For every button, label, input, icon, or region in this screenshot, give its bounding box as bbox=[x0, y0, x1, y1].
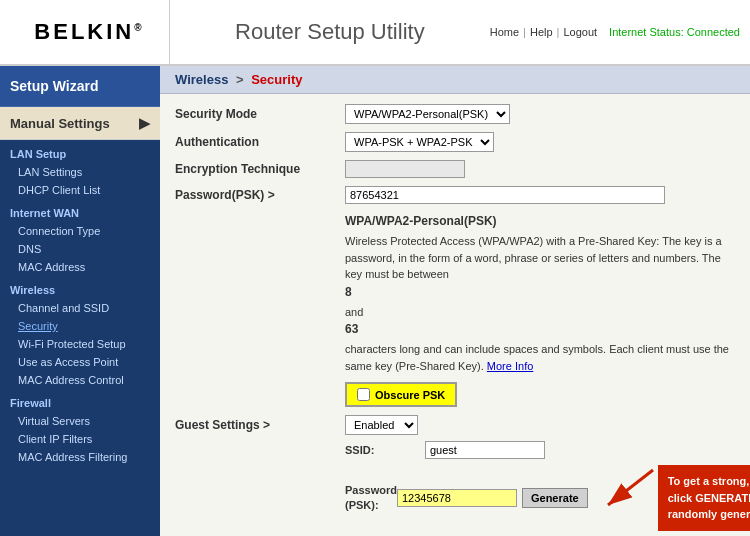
manual-settings[interactable]: Manual Settings ▶ bbox=[0, 107, 160, 140]
svg-line-1 bbox=[608, 470, 653, 505]
main-layout: Setup Wizard Manual Settings ▶ LAN Setup… bbox=[0, 66, 750, 536]
sidebar-item-channel-ssid[interactable]: Channel and SSID bbox=[0, 299, 160, 317]
internet-status: Internet Status: Connected bbox=[609, 26, 740, 38]
guest-label: Guest Settings > bbox=[175, 418, 345, 432]
authentication-label: Authentication bbox=[175, 135, 345, 149]
status-value: Connected bbox=[687, 26, 740, 38]
home-link[interactable]: Home bbox=[490, 26, 519, 38]
help-link[interactable]: Help bbox=[530, 26, 553, 38]
password-label: Password(PSK) > bbox=[175, 188, 345, 202]
security-mode-label: Security Mode bbox=[175, 107, 345, 121]
logo-reg: ® bbox=[134, 22, 144, 33]
encryption-row: Encryption Technique TKIP + AES bbox=[175, 160, 735, 178]
content-area: Wireless > Security Security Mode WPA/WP… bbox=[160, 66, 750, 536]
more-info-link[interactable]: More Info bbox=[487, 360, 533, 372]
sidebar-item-virtual-servers[interactable]: Virtual Servers bbox=[0, 412, 160, 430]
arrow-icon: ▶ bbox=[139, 115, 150, 131]
sidebar-item-wifi-protected[interactable]: Wi-Fi Protected Setup bbox=[0, 335, 160, 353]
sidebar-section-firewall: Firewall bbox=[0, 389, 160, 412]
authentication-control: WPA-PSK + WPA2-PSK WPA-PSK WPA2-PSK bbox=[345, 132, 735, 152]
logout-link[interactable]: Logout bbox=[563, 26, 597, 38]
page-title: Router Setup Utility bbox=[170, 19, 490, 45]
guest-select[interactable]: Enabled Disabled bbox=[345, 415, 418, 435]
breadcrumb: Wireless > Security bbox=[160, 66, 750, 94]
obscure-psk-row: Obscure PSK bbox=[175, 382, 735, 407]
logo: BELKIN® bbox=[34, 19, 144, 45]
callout-box: To get a strong, secure password, click … bbox=[658, 465, 750, 531]
sidebar-item-client-ip[interactable]: Client IP Filters bbox=[0, 430, 160, 448]
password-control bbox=[345, 186, 735, 204]
sidebar-section-wireless: Wireless bbox=[0, 276, 160, 299]
logo-text: BELKIN bbox=[34, 19, 134, 44]
sidebar-section-wan: Internet WAN bbox=[0, 199, 160, 222]
security-mode-row: Security Mode WPA/WPA2-Personal(PSK) WPA… bbox=[175, 104, 735, 124]
obscure-psk-checkbox[interactable] bbox=[357, 388, 370, 401]
setup-wizard[interactable]: Setup Wizard bbox=[0, 66, 160, 107]
header: BELKIN® Router Setup Utility Home | Help… bbox=[0, 0, 750, 66]
sidebar-item-dhcp[interactable]: DHCP Client List bbox=[0, 181, 160, 199]
callout-area: To get a strong, secure password, click … bbox=[598, 465, 750, 531]
guest-settings-row: Guest Settings > Enabled Disabled bbox=[175, 415, 735, 435]
authentication-row: Authentication WPA-PSK + WPA2-PSK WPA-PS… bbox=[175, 132, 735, 152]
ssid-label: SSID: bbox=[345, 444, 425, 456]
sidebar-item-connection-type[interactable]: Connection Type bbox=[0, 222, 160, 240]
info-box: WPA/WPA2-Personal(PSK) Wireless Protecte… bbox=[345, 212, 735, 374]
ssid-input[interactable] bbox=[425, 441, 545, 459]
psk-input[interactable] bbox=[397, 489, 517, 507]
generate-button[interactable]: Generate bbox=[522, 488, 588, 508]
psk-label: Password(PSK): bbox=[345, 483, 397, 512]
ssid-row: SSID: bbox=[345, 441, 735, 459]
sidebar-item-lan-settings[interactable]: LAN Settings bbox=[0, 163, 160, 181]
sidebar: Setup Wizard Manual Settings ▶ LAN Setup… bbox=[0, 66, 160, 536]
content-body: Security Mode WPA/WPA2-Personal(PSK) WPA… bbox=[160, 94, 750, 536]
psk-row: Password(PSK): Generate To get a strong,… bbox=[345, 465, 735, 531]
security-mode-select[interactable]: WPA/WPA2-Personal(PSK) WPA-Personal(PSK)… bbox=[345, 104, 510, 124]
sidebar-item-access-point[interactable]: Use as Access Point bbox=[0, 353, 160, 371]
authentication-select[interactable]: WPA-PSK + WPA2-PSK WPA-PSK WPA2-PSK bbox=[345, 132, 494, 152]
encryption-input: TKIP + AES bbox=[345, 160, 465, 178]
sidebar-item-mac-address[interactable]: MAC Address bbox=[0, 258, 160, 276]
sidebar-section-lan: LAN Setup bbox=[0, 140, 160, 163]
security-mode-control: WPA/WPA2-Personal(PSK) WPA-Personal(PSK)… bbox=[345, 104, 735, 124]
sidebar-item-dns[interactable]: DNS bbox=[0, 240, 160, 258]
sidebar-item-mac-filtering[interactable]: MAC Address Filtering bbox=[0, 448, 160, 466]
header-links: Home | Help | Logout Internet Status: Co… bbox=[490, 26, 740, 38]
sidebar-item-security[interactable]: Security bbox=[0, 317, 160, 335]
obscure-psk-button[interactable]: Obscure PSK bbox=[345, 382, 457, 407]
logo-area: BELKIN® bbox=[10, 0, 170, 64]
encryption-control: TKIP + AES bbox=[345, 160, 735, 178]
sidebar-item-mac-control[interactable]: MAC Address Control bbox=[0, 371, 160, 389]
password-row: Password(PSK) > bbox=[175, 186, 735, 204]
password-input[interactable] bbox=[345, 186, 665, 204]
arrow-svg bbox=[598, 465, 658, 515]
encryption-label: Encryption Technique bbox=[175, 162, 345, 176]
